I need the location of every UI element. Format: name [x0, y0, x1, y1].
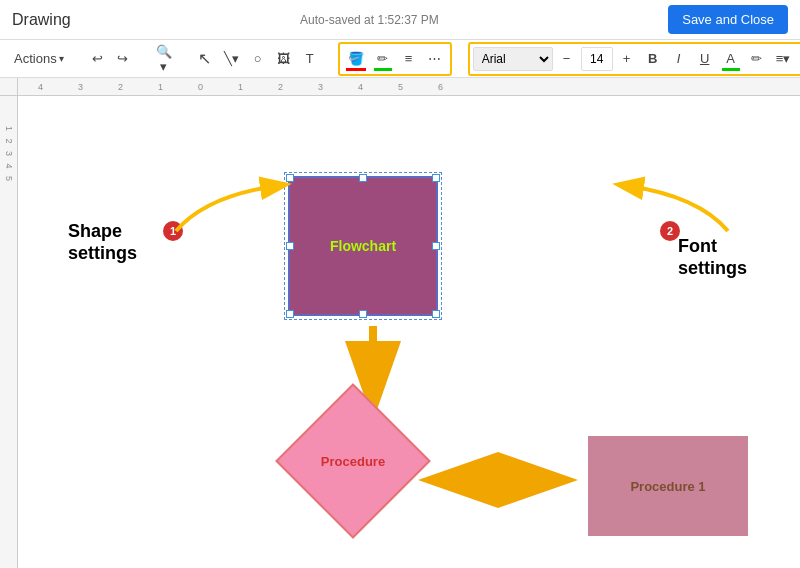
ruler-v-tick: 1 2 3 4 5 — [4, 126, 14, 181]
zoom-group: 🔍▾ — [151, 45, 177, 73]
procedure-label: Procedure — [298, 406, 408, 516]
font-color-icon: A — [726, 51, 735, 66]
procedure1-label: Procedure 1 — [590, 438, 746, 534]
vertical-ruler: 1 2 3 4 5 — [0, 96, 18, 568]
border-dash-button[interactable]: ⋯ — [423, 45, 447, 73]
autosave-status: Auto-saved at 1:52:37 PM — [300, 13, 439, 27]
line-tool-button[interactable]: ╲▾ — [219, 45, 244, 73]
app-header: Drawing Auto-saved at 1:52:37 PM Save an… — [0, 0, 800, 40]
ruler-h-tick: 4 3 2 1 0 1 2 3 4 5 6 — [38, 82, 443, 92]
annotation-font-label: Font settings — [678, 236, 747, 279]
zoom-button[interactable]: 🔍▾ — [151, 45, 177, 73]
highlight-button[interactable]: ✏ — [745, 45, 769, 73]
border-color-button[interactable]: ✏ — [371, 45, 395, 73]
select-tool-button[interactable]: ↖ — [193, 45, 217, 73]
font-settings-group: Arial − + B I U A ✏ ≡▾ ≣ ⋯ — [468, 42, 800, 76]
main-toolbar: Actions ▾ ↩ ↪ 🔍▾ ↖ ╲▾ ○ 🖼 T 🪣 ✏ ≡ ⋯ — [0, 40, 800, 78]
font-size-decrease-button[interactable]: − — [555, 45, 579, 73]
border-color-bar — [374, 68, 392, 71]
actions-label: Actions — [14, 51, 57, 66]
actions-menu[interactable]: Actions ▾ — [8, 48, 70, 69]
shape-tool-button[interactable]: ○ — [246, 45, 270, 73]
font-color-bar — [722, 68, 740, 71]
bidirectional-arrow — [448, 460, 548, 504]
procedure1-shape[interactable]: Procedure 1 — [588, 436, 748, 536]
shape-style-group: 🪣 ✏ ≡ ⋯ — [338, 42, 452, 76]
yellow-arrow-2 — [608, 176, 738, 240]
actions-chevron-icon: ▾ — [59, 53, 64, 64]
selection-tools: ↖ ╲▾ ○ 🖼 T — [193, 45, 322, 73]
fill-icon: 🪣 — [348, 51, 364, 66]
highlight-icon: ✏ — [751, 51, 762, 66]
image-tool-button[interactable]: 🖼 — [272, 45, 296, 73]
annotation-font-settings: 2 Font settings — [678, 236, 747, 279]
text-align-button[interactable]: ≡▾ — [771, 45, 796, 73]
border-icon: ✏ — [377, 51, 388, 66]
annotation-shape-settings: 1 Shape settings — [68, 221, 137, 264]
fill-color-button[interactable]: 🪣 — [343, 45, 369, 73]
text-tool-button[interactable]: T — [298, 45, 322, 73]
border-weight-button[interactable]: ≡ — [397, 45, 421, 73]
fill-color-bar — [346, 68, 366, 71]
redo-button[interactable]: ↪ — [111, 45, 135, 73]
yellow-arrow-1 — [166, 176, 296, 240]
procedure-diamond-wrapper[interactable]: Procedure — [298, 406, 408, 516]
annotation-shape-label: Shape settings — [68, 221, 137, 264]
font-size-input[interactable] — [581, 47, 613, 71]
flowchart-shape[interactable]: Flowchart — [288, 176, 438, 316]
flowchart-label: Flowchart — [290, 178, 436, 314]
app-title: Drawing — [12, 11, 71, 29]
underline-button[interactable]: U — [693, 45, 717, 73]
undo-redo-group: ↩ ↪ — [86, 45, 135, 73]
italic-button[interactable]: I — [667, 45, 691, 73]
font-family-select[interactable]: Arial — [473, 47, 553, 71]
drawing-surface: Flowchart Procedure — [18, 96, 800, 568]
undo-button[interactable]: ↩ — [86, 45, 110, 73]
horizontal-ruler: 4 3 2 1 0 1 2 3 4 5 6 — [18, 78, 800, 96]
save-close-button[interactable]: Save and Close — [668, 5, 788, 34]
font-size-increase-button[interactable]: + — [615, 45, 639, 73]
canvas-area: 4 3 2 1 0 1 2 3 4 5 6 1 2 3 4 5 — [0, 78, 800, 568]
bold-button[interactable]: B — [641, 45, 665, 73]
font-color-button[interactable]: A — [719, 45, 743, 73]
ruler-corner — [0, 78, 18, 96]
